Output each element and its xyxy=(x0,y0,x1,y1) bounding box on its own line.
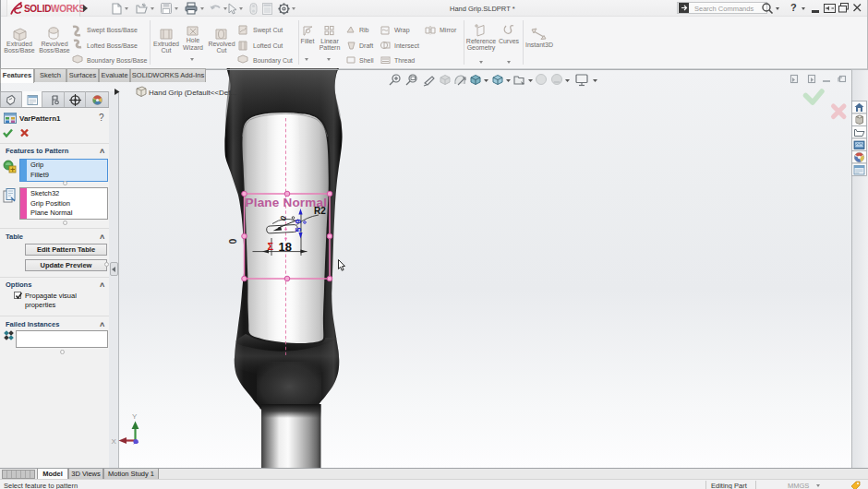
svg-text:Plane Normal: Plane Normal xyxy=(246,196,328,209)
svg-text:X: X xyxy=(112,437,117,446)
svg-text:Hand Grip (Default<<Def...: Hand Grip (Default<<Def... xyxy=(149,89,236,97)
svg-text:9: 9 xyxy=(294,219,303,223)
svg-text:Σ: Σ xyxy=(268,241,274,252)
svg-text:0: 0 xyxy=(227,238,238,244)
svg-text:18: 18 xyxy=(279,240,292,254)
svg-text:5: 5 xyxy=(294,227,303,232)
svg-text:Y: Y xyxy=(132,412,138,421)
